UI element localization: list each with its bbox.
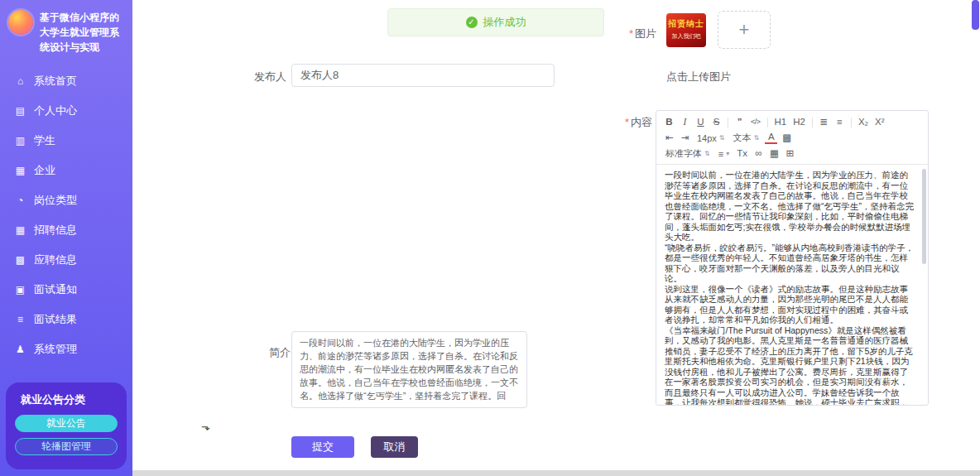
uploaded-image-thumbnail[interactable]: 招贤纳士 加入我们吧 <box>666 13 706 47</box>
superscript-button[interactable]: X² <box>873 115 886 129</box>
required-mark: * <box>629 27 633 40</box>
app-logo: 基于微信小程序的大学生就业管理系统设计与实现 <box>0 0 132 61</box>
insert-image-icon[interactable]: ▦ <box>768 147 781 161</box>
sidebar-item-label: 系统首页 <box>34 74 77 89</box>
outdent-button[interactable]: ⇤ <box>663 131 675 145</box>
font-family-value: 标准字体 <box>665 147 702 160</box>
sidebar-item-label: 学生 <box>34 133 55 148</box>
personal-center-icon: ▤ <box>14 105 26 117</box>
font-color-button[interactable]: A <box>765 132 777 144</box>
success-check-icon: ✓ <box>466 17 478 28</box>
publisher-input[interactable] <box>291 64 555 87</box>
poster-text-line1: 招贤纳士 <box>666 18 706 30</box>
sidebar-item-enterprise[interactable]: ▦ 企业 <box>0 156 132 185</box>
app-logo-icon <box>8 10 33 35</box>
bold-button[interactable]: B <box>663 115 675 129</box>
toolbar-row-3: 标准字体 ⇅ ≡ ▾ Tx ∞ ▦ ⊞ <box>663 146 921 161</box>
blockquote-button[interactable]: ” <box>733 115 746 129</box>
sidebar-item-label: 面试结果 <box>34 312 77 327</box>
rich-text-editor: B I U S ” </> H1 H2 ≣ ≡ X₂ X² ⇤ ⇥ <box>656 110 929 406</box>
toolbar-separator <box>812 118 813 127</box>
sidebar-item-personal-center[interactable]: ▤ 个人中心 <box>0 96 132 126</box>
indent-button[interactable]: ⇥ <box>679 131 691 145</box>
toolbar-separator <box>728 118 728 127</box>
editor-scrollbar-thumb[interactable] <box>922 169 926 264</box>
carousel-management-button[interactable]: 轮播图管理 <box>15 438 118 455</box>
sidebar-item-label: 岗位类型 <box>34 193 77 208</box>
submit-button[interactable]: 提交 <box>291 436 354 458</box>
sidebar-item-home[interactable]: ⌂ 系统首页 <box>0 66 132 96</box>
app-window: 基于微信小程序的大学生就业管理系统设计与实现 ⌂ 系统首页 ▤ 个人中心 ▥ 学… <box>0 0 980 476</box>
font-size-select[interactable]: 14px ⇅ <box>694 133 728 143</box>
image-upload-button[interactable]: + <box>718 11 771 49</box>
image-label-text: 图片 <box>635 27 656 40</box>
underline-button[interactable]: U <box>694 115 707 129</box>
announcement-category-panel: 就业公告分类 就业公告 轮播图管理 <box>6 382 127 469</box>
sidebar-item-system-management[interactable]: ♟ 系统管理 <box>0 334 132 364</box>
sidebar-item-application-info[interactable]: ▩ 应聘信息 <box>0 245 132 275</box>
select-arrows-icon: ⇅ <box>704 150 710 157</box>
italic-button[interactable]: I <box>679 115 691 129</box>
sidebar-item-label: 系统管理 <box>34 342 77 357</box>
strikethrough-button[interactable]: S <box>710 115 723 129</box>
select-arrows-icon: ⇅ <box>719 134 725 142</box>
required-mark: * <box>625 116 629 128</box>
clear-format-button[interactable]: Tx <box>735 147 749 161</box>
publisher-label: 发布人 <box>254 70 286 84</box>
job-type-icon: ◔ <box>14 195 26 206</box>
enterprise-icon: ▦ <box>14 165 26 176</box>
sidebar-item-label: 企业 <box>34 163 55 178</box>
content-label: *内容 <box>625 115 652 130</box>
upload-hint: 点击上传图片 <box>666 70 731 84</box>
poster-text-line2: 加入我们吧 <box>666 32 706 41</box>
cancel-button[interactable]: 取消 <box>371 436 418 458</box>
sidebar-item-label: 招聘信息 <box>34 223 77 238</box>
heading1-button[interactable]: H1 <box>773 115 789 129</box>
mouse-cursor: ⬎ <box>201 421 210 433</box>
editor-toolbar: B I U S ” </> H1 H2 ≣ ≡ X₂ X² ⇤ ⇥ <box>656 111 928 165</box>
content-label-text: 内容 <box>631 116 652 128</box>
toolbar-separator <box>851 118 852 127</box>
sidebar-item-label: 个人中心 <box>34 103 77 118</box>
format-select[interactable]: 文本 ⇅ <box>731 132 762 144</box>
toolbar-separator <box>767 118 768 127</box>
highlight-button[interactable]: ▩ <box>781 131 793 145</box>
sidebar-item-student[interactable]: ▥ 学生 <box>0 126 132 156</box>
unordered-list-button[interactable]: ≡ <box>833 115 846 129</box>
home-icon: ⌂ <box>14 75 26 87</box>
system-management-icon: ♟ <box>14 344 26 355</box>
sidebar-item-label: 面试通知 <box>34 282 77 297</box>
chevron-down-icon: ▾ <box>726 150 729 157</box>
code-button[interactable]: </> <box>749 115 762 129</box>
sidebar-item-interview-result[interactable]: ≡ 面试结果 <box>0 305 132 334</box>
sidebar-item-recruitment-info[interactable]: ▦ 招聘信息 <box>0 215 132 245</box>
sidebar-item-label: 应聘信息 <box>34 252 77 267</box>
fullscreen-icon[interactable]: ⊞ <box>784 147 796 161</box>
toast-message: 操作成功 <box>483 15 526 30</box>
sidebar-item-job-type[interactable]: ◔ 岗位类型 <box>0 185 132 215</box>
sidebar-nav: ⌂ 系统首页 ▤ 个人中心 ▥ 学生 ▦ 企业 ◔ 岗位类型 ▦ 招聘信息 <box>0 66 132 364</box>
image-label: *图片 <box>629 26 656 41</box>
interview-notice-icon: ▣ <box>14 284 26 296</box>
subscript-button[interactable]: X₂ <box>857 115 870 129</box>
ordered-list-button[interactable]: ≣ <box>818 115 830 129</box>
select-arrows-icon: ⇅ <box>754 134 760 142</box>
app-title: 基于微信小程序的大学生就业管理系统设计与实现 <box>40 10 124 55</box>
intro-label: 简介 <box>269 345 291 360</box>
student-icon: ▥ <box>14 135 26 147</box>
application-info-icon: ▩ <box>14 254 26 266</box>
bottom-watermark-strip <box>132 470 980 476</box>
sidebar-item-interview-notice[interactable]: ▣ 面试通知 <box>0 275 132 305</box>
align-select[interactable]: ≡ ▾ <box>716 149 732 159</box>
font-family-select[interactable]: 标准字体 ⇅ <box>663 147 713 160</box>
plus-icon: + <box>739 19 750 41</box>
editor-content[interactable]: 一段时间以前，一位在港的大陆学生，因为学业的压力、前途的渺茫等诸多原因，选择了自… <box>656 165 928 405</box>
toolbar-row-2: ⇤ ⇥ 14px ⇅ 文本 ⇅ A ▩ <box>663 130 921 146</box>
intro-textarea[interactable]: 一段时间以前，一位在港的大陆学生，因为学业的压力、前途的渺茫等诸多原因，选择了自… <box>291 331 527 408</box>
link-icon[interactable]: ∞ <box>752 147 765 161</box>
page-scrollbar-thumb[interactable] <box>972 0 979 30</box>
recruitment-info-icon: ▦ <box>14 224 26 236</box>
heading2-button[interactable]: H2 <box>791 115 807 129</box>
employment-announcement-button[interactable]: 就业公告 <box>15 415 118 432</box>
interview-result-icon: ≡ <box>14 314 26 325</box>
